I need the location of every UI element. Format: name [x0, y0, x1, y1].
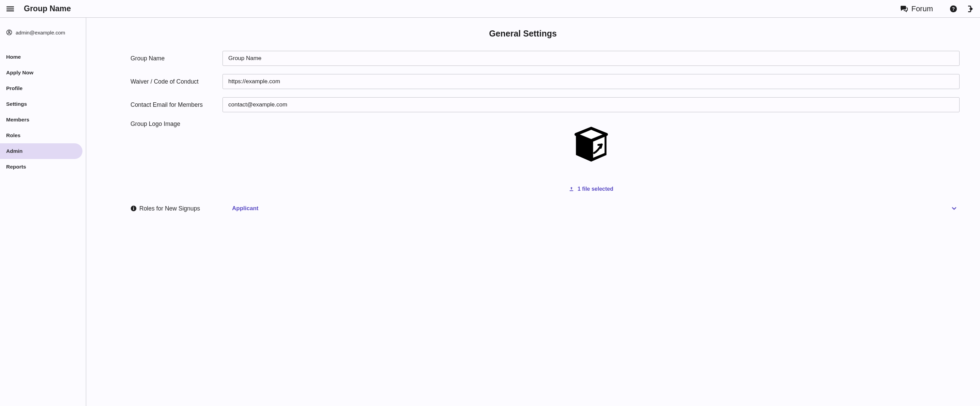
sidebar-item-label: Profile	[6, 85, 22, 91]
input-contact[interactable]	[223, 97, 959, 112]
dropdown-value: Applicant	[224, 205, 258, 212]
label-roles-signup: Roles for New Signups	[130, 205, 223, 212]
svg-rect-7	[570, 190, 573, 191]
sidebar-item-label: Members	[6, 117, 29, 123]
comments-icon	[900, 5, 908, 13]
file-status-text: 1 file selected	[578, 186, 613, 192]
input-group-name[interactable]	[223, 51, 959, 66]
svg-rect-2	[6, 10, 14, 11]
page-title: General Settings	[86, 29, 959, 38]
row-group-name: Group Name	[130, 51, 959, 66]
sidebar-item-label: Roles	[6, 133, 21, 138]
sidebar-item-members[interactable]: Members	[0, 112, 83, 128]
sidebar-item-label: Settings	[6, 101, 27, 107]
label-waiver: Waiver / Code of Conduct	[130, 78, 223, 85]
info-icon[interactable]	[130, 205, 137, 211]
svg-text:?: ?	[952, 6, 955, 11]
sidebar-item-home[interactable]: Home	[0, 49, 83, 65]
sidebar-item-label: Admin	[6, 148, 22, 154]
input-waiver[interactable]	[223, 74, 959, 89]
row-logo: Group Logo Image	[130, 120, 959, 192]
svg-rect-1	[6, 8, 14, 9]
forum-link[interactable]: Forum	[900, 5, 933, 13]
logout-icon[interactable]	[964, 4, 974, 14]
upload-icon	[569, 186, 574, 192]
app-title[interactable]: Group Name	[24, 4, 71, 13]
logo-preview	[567, 123, 615, 170]
main-content: General Settings Group Name Waiver / Cod…	[86, 18, 980, 406]
sidebar: admin@example.com Home Apply Now Profile…	[0, 18, 86, 406]
row-roles-signup: Roles for New Signups Applicant	[130, 202, 959, 214]
svg-point-6	[8, 31, 10, 32]
sidebar-nav: Home Apply Now Profile Settings Members …	[0, 49, 86, 175]
sidebar-user[interactable]: admin@example.com	[0, 29, 86, 35]
svg-rect-0	[6, 6, 14, 7]
sidebar-item-label: Reports	[6, 164, 26, 169]
label-contact: Contact Email for Members	[130, 101, 223, 109]
row-contact: Contact Email for Members	[130, 97, 959, 112]
label-logo: Group Logo Image	[130, 120, 223, 128]
svg-point-10	[133, 207, 134, 208]
sidebar-item-settings[interactable]: Settings	[0, 96, 83, 112]
sidebar-item-apply[interactable]: Apply Now	[0, 65, 83, 80]
sidebar-item-label: Apply Now	[6, 70, 33, 75]
chevron-down-icon	[951, 205, 958, 212]
label-group-name: Group Name	[130, 55, 223, 62]
sidebar-item-label: Home	[6, 54, 21, 60]
sidebar-item-admin[interactable]: Admin	[0, 143, 83, 159]
sidebar-item-roles[interactable]: Roles	[0, 128, 83, 143]
sidebar-item-reports[interactable]: Reports	[0, 159, 83, 175]
menu-icon[interactable]	[6, 5, 14, 13]
dropdown-roles-signup[interactable]: Applicant	[223, 202, 959, 214]
topbar: Group Name Forum ?	[0, 0, 980, 18]
svg-rect-9	[133, 208, 134, 210]
row-waiver: Waiver / Code of Conduct	[130, 74, 959, 89]
user-email: admin@example.com	[16, 30, 65, 35]
file-upload-status[interactable]: 1 file selected	[569, 186, 613, 192]
help-icon[interactable]: ?	[949, 4, 958, 14]
sidebar-item-profile[interactable]: Profile	[0, 80, 83, 96]
forum-label: Forum	[911, 5, 933, 13]
user-circle-icon	[6, 29, 12, 35]
